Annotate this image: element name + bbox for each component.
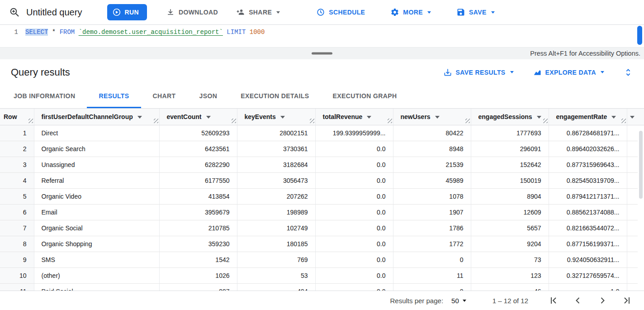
column-resize-handle[interactable] xyxy=(232,119,236,123)
sort-arrow-icon[interactable] xyxy=(367,116,371,119)
editor-scrollbar-thumb[interactable] xyxy=(637,26,642,45)
table-cell: 9204 xyxy=(471,236,549,252)
column-resize-handle[interactable] xyxy=(465,119,470,123)
tab-execution-graph[interactable]: EXECUTION GRAPH xyxy=(321,85,408,108)
table-cell: 46 xyxy=(471,283,549,291)
table-cell: 150019 xyxy=(471,172,549,188)
more-button[interactable]: MORE xyxy=(385,4,436,20)
tab-execution-details[interactable]: EXECUTION DETAILS xyxy=(229,85,321,108)
sql-table-link[interactable]: `demo.demoset.user_acquisition_report` xyxy=(79,29,223,36)
column-resize-handle[interactable] xyxy=(388,119,392,123)
tab-job-information[interactable]: JOB INFORMATION xyxy=(2,85,87,108)
run-button[interactable]: RUN xyxy=(107,4,147,20)
table-cell: 0.0 xyxy=(315,204,393,220)
sql-editor[interactable]: 1 SELECT * FROM `demo.demoset.user_acqui… xyxy=(0,25,644,47)
table-cell: 997 xyxy=(159,283,237,291)
splitter-drag-handle[interactable] xyxy=(312,52,332,55)
editor-line-number: 1 xyxy=(0,25,25,47)
table-cell: 210785 xyxy=(159,220,237,236)
save-button[interactable]: SAVE xyxy=(451,4,500,20)
sort-arrow-icon[interactable] xyxy=(435,116,440,119)
sort-arrow-icon[interactable] xyxy=(280,116,285,119)
expand-results-button[interactable] xyxy=(623,67,633,77)
unfold-icon xyxy=(623,67,633,77)
sql-token: SELECT xyxy=(25,29,48,36)
chevron-down-icon xyxy=(427,11,431,14)
chevron-down-icon xyxy=(491,11,495,14)
save-results-label: SAVE RESULTS xyxy=(456,69,506,76)
results-table-container: RowfirstUserDefaultChannelGroupeventCoun… xyxy=(0,109,644,291)
row-number-cell: 10 xyxy=(0,267,34,283)
results-per-page-label: Results per page: xyxy=(390,297,444,305)
table-cell: 0.0 xyxy=(315,236,393,252)
table-header-row: RowfirstUserDefaultChannelGroupeventCoun… xyxy=(0,109,644,125)
column-label: totalRevenue xyxy=(323,113,363,120)
results-tab-bar: JOB INFORMATIONRESULTSCHARTJSONEXECUTION… xyxy=(0,85,644,109)
query-title: Untitled query xyxy=(26,7,82,18)
column-header-firstUserDefaultChannelGroup: firstUserDefaultChannelGroup xyxy=(34,109,159,125)
last-page-button[interactable] xyxy=(621,295,632,306)
column-resize-handle[interactable] xyxy=(28,119,33,123)
save-results-button[interactable]: SAVE RESULTS xyxy=(443,68,514,77)
table-cell: 0.0 xyxy=(315,157,393,172)
table-row: 10(other)1026530.0111230.327127659574... xyxy=(0,267,644,283)
table-vertical-scrollbar[interactable] xyxy=(638,125,644,291)
column-header-Row: Row xyxy=(0,109,34,125)
table-cell: 0.877156199371... xyxy=(549,236,627,252)
sql-token: LIMIT xyxy=(227,29,246,36)
table-cell: 0.0 xyxy=(315,267,393,283)
previous-page-button[interactable] xyxy=(573,295,583,306)
table-row: 9SMS15427690.00730.924050632911... xyxy=(0,252,644,267)
table-cell: 0.0 xyxy=(315,188,393,204)
more-button-label: MORE xyxy=(403,9,423,16)
sort-arrow-icon[interactable] xyxy=(537,116,541,119)
sort-arrow-icon[interactable] xyxy=(611,116,616,119)
table-cell: 0 xyxy=(393,283,471,291)
download-button[interactable]: DOWNLOAD xyxy=(161,4,223,20)
column-resize-handle[interactable] xyxy=(310,119,314,123)
pagination-range: 1 – 12 of 12 xyxy=(492,297,528,305)
table-cell: 1907 xyxy=(393,204,471,220)
table-cell: 6423561 xyxy=(159,141,237,157)
table-scrollbar-thumb[interactable] xyxy=(639,131,643,199)
share-button[interactable]: SHARE xyxy=(231,4,285,20)
table-cell: 0.0 xyxy=(315,220,393,236)
column-label: keyEvents xyxy=(245,113,276,120)
table-cell: 1.0 xyxy=(549,283,627,291)
explore-data-button[interactable]: EXPLORE DATA xyxy=(533,68,604,77)
column-header-engagedSessions: engagedSessions xyxy=(471,109,549,125)
chevron-down-icon xyxy=(601,71,604,73)
sort-arrow-icon[interactable] xyxy=(206,116,211,119)
table-cell: 0.879412171371... xyxy=(549,188,627,204)
sql-code-line[interactable]: SELECT * FROM `demo.demoset.user_acquisi… xyxy=(25,25,265,47)
column-resize-handle[interactable] xyxy=(154,119,158,123)
schedule-button-label: SCHEDULE xyxy=(329,9,365,16)
tab-chart[interactable]: CHART xyxy=(141,85,188,108)
page-size-select[interactable]: 50 xyxy=(451,297,466,305)
table-cell: Email xyxy=(34,204,159,220)
table-cell: 80422 xyxy=(393,125,471,141)
tab-results[interactable]: RESULTS xyxy=(87,85,141,108)
table-cell: Referral xyxy=(34,172,159,188)
table-cell: Unassigned xyxy=(34,157,159,172)
tab-json[interactable]: JSON xyxy=(188,85,229,108)
sort-arrow-icon[interactable] xyxy=(137,116,142,119)
column-header-engagementRate: engagementRate xyxy=(549,109,627,125)
table-row: 6Email39596791989890.01907126090.8856213… xyxy=(0,204,644,220)
first-page-button[interactable] xyxy=(548,295,559,306)
column-resize-handle[interactable] xyxy=(621,119,626,123)
sql-token: 1000 xyxy=(250,29,265,36)
table-cell: (other) xyxy=(34,267,159,283)
schedule-button[interactable]: SCHEDULE xyxy=(311,4,370,20)
sort-arrow-icon[interactable] xyxy=(630,116,635,119)
column-resize-handle[interactable] xyxy=(543,119,548,123)
table-cell: 1026 xyxy=(159,267,237,283)
editor-results-splitter: Press Alt+F1 for Accessibility Options. xyxy=(0,47,644,59)
table-cell: 53 xyxy=(237,267,315,283)
results-pagination-bar: Results per page: 50 1 – 12 of 12 xyxy=(0,291,644,310)
next-page-button[interactable] xyxy=(597,295,608,306)
table-cell: Paid Social xyxy=(34,283,159,291)
table-cell: 152642 xyxy=(471,157,549,172)
table-cell: SMS xyxy=(34,252,159,267)
table-cell: 52609293 xyxy=(159,125,237,141)
